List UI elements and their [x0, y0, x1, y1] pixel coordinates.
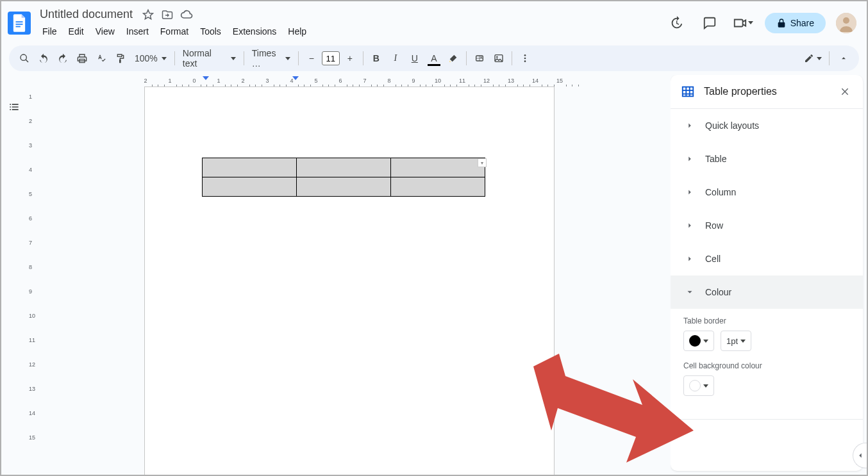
menu-format[interactable]: Format: [155, 24, 194, 39]
menu-edit[interactable]: Edit: [63, 24, 89, 39]
font-select[interactable]: Times …: [248, 48, 294, 69]
border-color-picker[interactable]: [683, 331, 714, 351]
table-cell[interactable]: [203, 158, 297, 177]
caret-down-icon: [748, 21, 753, 24]
svg-point-5: [21, 54, 26, 60]
section-row[interactable]: Row: [671, 209, 863, 242]
move-icon[interactable]: [161, 8, 174, 21]
titlebar: Untitled document File Edit View Insert …: [1, 1, 867, 42]
outline-button[interactable]: [6, 99, 22, 115]
zoom-select[interactable]: 100%: [131, 53, 171, 63]
chevron-right-icon: [683, 119, 696, 132]
insert-image-button[interactable]: [490, 49, 508, 67]
border-width-select[interactable]: 1pt: [721, 331, 751, 351]
panel-title: Table properties: [704, 86, 828, 97]
document-title[interactable]: Untitled document: [37, 6, 135, 22]
insert-link-button[interactable]: [471, 49, 488, 67]
history-icon[interactable]: [665, 12, 688, 35]
menu-extensions[interactable]: Extensions: [228, 24, 281, 39]
chevron-right-icon: [683, 152, 696, 165]
section-quick-layouts[interactable]: Quick layouts: [671, 109, 863, 142]
section-column[interactable]: Column: [671, 176, 863, 209]
italic-button[interactable]: I: [387, 49, 405, 67]
black-swatch-icon: [689, 335, 701, 347]
menu-view[interactable]: View: [90, 24, 120, 39]
comments-icon[interactable]: [698, 12, 721, 35]
toolbar: 100% Normal text Times … − + B I U A: [9, 45, 859, 71]
spellcheck-button[interactable]: [92, 49, 110, 67]
search-menus-button[interactable]: [15, 49, 33, 67]
white-swatch-icon: [689, 380, 701, 391]
text-color-button[interactable]: A: [425, 49, 443, 67]
left-sidebar: [1, 75, 27, 475]
left-indent-marker[interactable]: [203, 76, 209, 80]
table-cell[interactable]: [391, 177, 485, 197]
bold-button[interactable]: B: [367, 49, 385, 67]
table-icon: [681, 85, 695, 99]
more-tools-button[interactable]: [516, 49, 534, 67]
cell-bg-label: Cell background colour: [683, 361, 850, 370]
docs-file-icon: [12, 14, 26, 32]
section-cell[interactable]: Cell: [671, 242, 863, 275]
table-cell[interactable]: [297, 177, 391, 197]
svg-point-10: [524, 58, 526, 60]
cell-background-color-picker[interactable]: [683, 375, 714, 396]
table-cell[interactable]: [203, 177, 297, 197]
svg-point-9: [524, 54, 526, 56]
lock-icon: [776, 18, 787, 28]
section-colour[interactable]: Colour: [671, 275, 863, 309]
collapse-toolbar-button[interactable]: [835, 49, 853, 67]
table-cell[interactable]: [297, 158, 391, 177]
table-properties-panel: Table properties Quick layouts Table Col…: [671, 75, 863, 471]
share-button[interactable]: Share: [765, 13, 826, 33]
table-cell[interactable]: [391, 158, 485, 177]
svg-point-4: [843, 17, 849, 24]
undo-button[interactable]: [35, 49, 53, 67]
cloud-status-icon[interactable]: [180, 8, 193, 21]
menubar: File Edit View Insert Format Tools Exten…: [37, 22, 665, 39]
chevron-right-icon: [683, 219, 696, 232]
svg-rect-2: [16, 26, 21, 27]
svg-point-8: [496, 56, 498, 58]
close-panel-button[interactable]: [837, 84, 853, 99]
paragraph-style-select[interactable]: Normal text: [179, 48, 240, 69]
svg-rect-12: [683, 87, 694, 97]
menu-tools[interactable]: Tools: [195, 24, 226, 39]
svg-rect-0: [16, 21, 23, 22]
font-size-input[interactable]: [322, 51, 340, 65]
star-icon[interactable]: [142, 8, 154, 21]
chevron-right-icon: [683, 186, 696, 199]
section-table[interactable]: Table: [671, 142, 863, 176]
print-button[interactable]: [73, 49, 91, 67]
document-page[interactable]: ▾: [144, 86, 555, 475]
table-border-label: Table border: [683, 316, 850, 325]
chevron-right-icon: [683, 252, 696, 265]
document-container: 210123456789101112131415 123456789101112…: [27, 75, 671, 475]
share-label: Share: [790, 18, 814, 28]
paint-format-button[interactable]: [112, 49, 129, 67]
increase-font-size-button[interactable]: +: [341, 49, 359, 67]
document-table[interactable]: [202, 158, 485, 197]
docs-logo[interactable]: [8, 12, 31, 35]
menu-help[interactable]: Help: [283, 24, 312, 39]
menu-insert[interactable]: Insert: [121, 24, 154, 39]
svg-rect-1: [16, 23, 23, 24]
vertical-ruler[interactable]: 123456789101112131415: [27, 86, 38, 475]
decrease-font-size-button[interactable]: −: [303, 49, 321, 67]
underline-button[interactable]: U: [406, 49, 424, 67]
redo-button[interactable]: [54, 49, 72, 67]
avatar[interactable]: [836, 13, 856, 33]
chevron-down-icon: [683, 286, 696, 299]
editing-mode-button[interactable]: [802, 49, 824, 67]
table-options-handle[interactable]: ▾: [478, 158, 487, 167]
horizontal-ruler[interactable]: 210123456789101112131415: [27, 75, 671, 86]
highlight-color-button[interactable]: [444, 49, 462, 67]
colour-section-content: Table border 1pt Cell background colour: [671, 309, 863, 420]
svg-point-11: [524, 60, 526, 62]
meet-button[interactable]: [731, 12, 755, 35]
menu-file[interactable]: File: [37, 24, 62, 39]
